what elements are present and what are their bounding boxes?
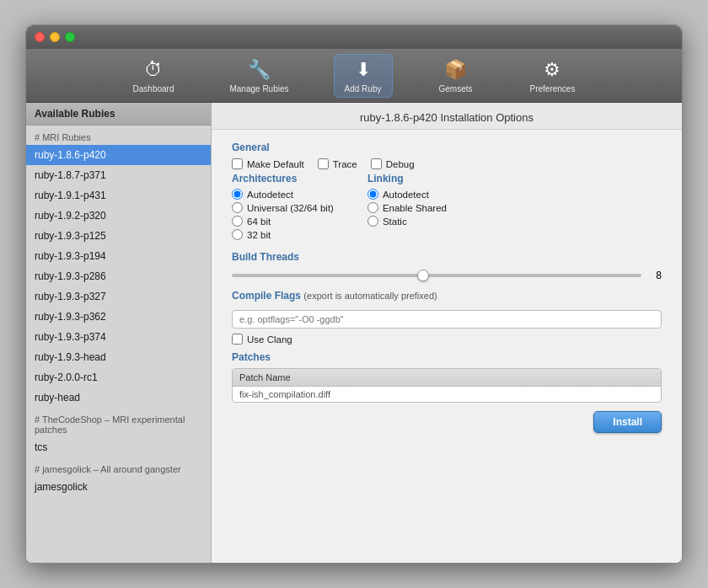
- build-threads-slider[interactable]: [232, 274, 641, 277]
- architectures-col: Architectures Autodetect Universal (32/6…: [232, 173, 334, 243]
- sidebar-item-ruby-1.9.2-p320[interactable]: ruby-1.9.2-p320: [26, 206, 211, 226]
- link-autodetect-text: Autodetect: [383, 190, 429, 200]
- arch-64bit-text: 64 bit: [247, 216, 271, 227]
- manage-rubies-icon: 🔧: [247, 58, 271, 82]
- arch-universal-label[interactable]: Universal (32/64 bit): [232, 202, 334, 213]
- trace-label[interactable]: Trace: [318, 158, 357, 169]
- panel-title-wrapper: ruby-1.8.6-p420 Installation Options: [212, 103, 682, 130]
- arch-title: Architectures: [232, 173, 334, 184]
- sidebar-section-jamesgolick: # jamesgolick – All around gangster: [26, 457, 211, 477]
- sidebar-section-thecodeshop: # TheCodeShop – MRI experimental patches: [26, 408, 211, 437]
- arch-autodetect-radio[interactable]: [232, 189, 243, 200]
- arch-64bit-radio[interactable]: [232, 216, 243, 227]
- make-default-label[interactable]: Make Default: [232, 158, 304, 169]
- debug-checkbox[interactable]: [371, 158, 382, 169]
- arch-link-row: Architectures Autodetect Universal (32/6…: [232, 173, 662, 243]
- sidebar-item-ruby-1.9.3-head[interactable]: ruby-1.9.3-head: [26, 347, 211, 367]
- sidebar-item-tcs[interactable]: tcs: [26, 437, 211, 457]
- toolbar-item-manage-rubies[interactable]: 🔧Manage Rubies: [218, 54, 299, 98]
- sidebar-item-ruby-1.9.3-p362[interactable]: ruby-1.9.3-p362: [26, 307, 211, 327]
- link-static-text: Static: [383, 216, 407, 227]
- zoom-button[interactable]: [65, 32, 75, 42]
- sidebar-item-jamesgolick[interactable]: jamesgolick: [26, 477, 211, 497]
- patches-header: Patch Name: [233, 369, 661, 387]
- sidebar-item-ruby-1.9.3-p286[interactable]: ruby-1.9.3-p286: [26, 266, 211, 286]
- arch-32bit-text: 32 bit: [247, 230, 271, 240]
- add-ruby-icon: ⬇: [351, 58, 375, 82]
- arch-universal-radio[interactable]: [232, 202, 243, 213]
- install-button[interactable]: Install: [593, 411, 662, 433]
- debug-text: Debug: [386, 159, 415, 169]
- link-autodetect-label[interactable]: Autodetect: [367, 189, 447, 200]
- link-static-label[interactable]: Static: [367, 216, 447, 227]
- patches-title: Patches: [232, 351, 662, 363]
- titlebar: [26, 25, 682, 49]
- sidebar-item-ruby-1.8.6-p420[interactable]: ruby-1.8.6-p420: [26, 145, 211, 165]
- make-default-checkbox[interactable]: [232, 158, 243, 169]
- add-ruby-label: Add Ruby: [345, 84, 382, 94]
- link-autodetect-radio[interactable]: [367, 189, 378, 200]
- arch-universal-text: Universal (32/64 bit): [247, 203, 334, 213]
- compile-flags-title: Compile Flags (export is automatically p…: [232, 290, 662, 302]
- arch-autodetect-text: Autodetect: [247, 190, 293, 200]
- linking-title: Linking: [367, 173, 447, 184]
- close-button[interactable]: [35, 32, 45, 42]
- general-section-title: General: [232, 142, 662, 153]
- content-area: Available Rubies # MRI Rubiesruby-1.8.6-…: [26, 103, 682, 563]
- build-threads-slider-row: 8: [232, 270, 662, 281]
- link-enable-shared-label[interactable]: Enable Shared: [367, 202, 447, 213]
- build-threads-title: Build Threads: [232, 251, 662, 263]
- link-static-radio[interactable]: [367, 216, 378, 227]
- arch-autodetect-label[interactable]: Autodetect: [232, 189, 334, 200]
- toolbar-item-gemsets[interactable]: 📦Gemsets: [426, 54, 485, 98]
- sidebar-item-ruby-1.9.3-p194[interactable]: ruby-1.9.3-p194: [26, 246, 211, 266]
- preferences-label: Preferences: [530, 84, 576, 94]
- make-default-text: Make Default: [247, 159, 304, 169]
- sidebar-item-ruby-1.9.1-p431[interactable]: ruby-1.9.1-p431: [26, 185, 211, 206]
- toolbar-item-preferences[interactable]: ⚙Preferences: [519, 54, 587, 98]
- dashboard-icon: ⏱: [142, 58, 165, 82]
- sidebar-item-ruby-2.0.0-rc1[interactable]: ruby-2.0.0-rc1: [26, 367, 211, 388]
- sidebar-item-ruby-head[interactable]: ruby-head: [26, 388, 211, 408]
- gemsets-icon: 📦: [444, 58, 468, 82]
- debug-label[interactable]: Debug: [371, 158, 415, 169]
- toolbar: ⏱Dashboard🔧Manage Rubies⬇Add Ruby📦Gemset…: [26, 49, 682, 103]
- sidebar-section-mri: # MRI Rubies: [26, 126, 211, 145]
- patches-table: Patch Name fix-ish_compilation.diff: [232, 368, 662, 403]
- sidebar-item-ruby-1.9.3-p327[interactable]: ruby-1.9.3-p327: [26, 286, 211, 307]
- sidebar: Available Rubies # MRI Rubiesruby-1.8.6-…: [26, 103, 212, 563]
- trace-text: Trace: [333, 159, 357, 169]
- use-clang-checkbox[interactable]: [232, 334, 243, 345]
- preferences-icon: ⚙: [540, 58, 564, 82]
- link-enable-shared-text: Enable Shared: [383, 203, 447, 213]
- use-clang-label[interactable]: Use Clang: [232, 334, 662, 345]
- toolbar-item-add-ruby[interactable]: ⬇Add Ruby: [334, 54, 393, 98]
- manage-rubies-label: Manage Rubies: [229, 84, 288, 94]
- arch-32bit-radio[interactable]: [232, 229, 243, 240]
- sidebar-item-ruby-1.9.3-p374[interactable]: ruby-1.9.3-p374: [26, 327, 211, 347]
- trace-checkbox[interactable]: [318, 158, 329, 169]
- sidebar-list: # MRI Rubiesruby-1.8.6-p420ruby-1.8.7-p3…: [26, 126, 211, 563]
- traffic-lights: [35, 32, 75, 42]
- panel-body: General Make Default Trace Debug: [212, 130, 682, 563]
- linking-col: Linking Autodetect Enable Shared Static: [367, 173, 447, 243]
- link-enable-shared-radio[interactable]: [367, 202, 378, 213]
- use-clang-text: Use Clang: [247, 334, 292, 345]
- gemsets-label: Gemsets: [439, 84, 473, 94]
- arch-32bit-label[interactable]: 32 bit: [232, 229, 334, 240]
- toolbar-item-dashboard[interactable]: ⏱Dashboard: [122, 54, 185, 98]
- arch-64bit-label[interactable]: 64 bit: [232, 216, 334, 227]
- dashboard-label: Dashboard: [133, 84, 174, 94]
- install-row: Install: [232, 411, 662, 433]
- main-window: ⏱Dashboard🔧Manage Rubies⬇Add Ruby📦Gemset…: [25, 24, 683, 564]
- compile-flags-input[interactable]: [232, 310, 662, 329]
- panel-title: ruby-1.8.6-p420 Installation Options: [212, 103, 682, 130]
- sidebar-header: Available Rubies: [26, 103, 211, 126]
- sidebar-item-ruby-1.8.7-p371[interactable]: ruby-1.8.7-p371: [26, 165, 211, 185]
- sidebar-item-ruby-1.9.3-p125[interactable]: ruby-1.9.3-p125: [26, 226, 211, 246]
- build-threads-value: 8: [650, 270, 662, 281]
- main-panel: ruby-1.8.6-p420 Installation Options Gen…: [212, 103, 682, 563]
- minimize-button[interactable]: [50, 32, 60, 42]
- general-options-row: Make Default Trace Debug: [232, 158, 662, 169]
- patches-row-1: fix-ish_compilation.diff: [233, 387, 661, 402]
